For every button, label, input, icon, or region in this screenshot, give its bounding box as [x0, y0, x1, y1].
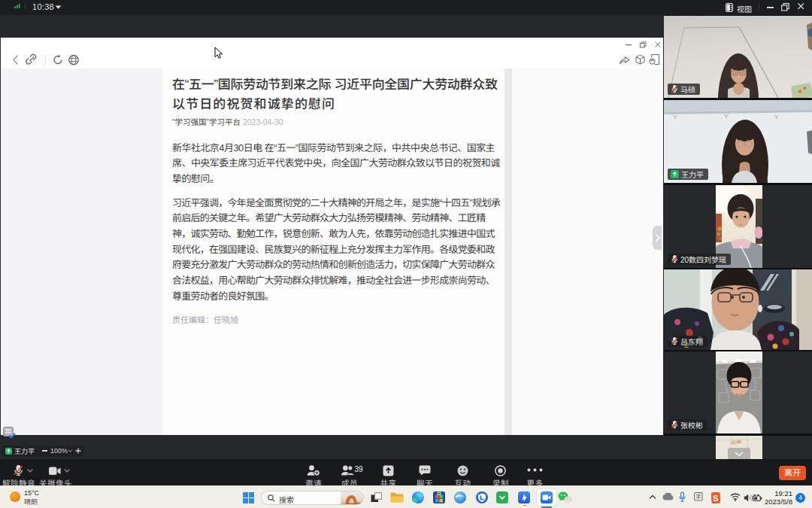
- svg-text:39: 39: [355, 465, 364, 473]
- svg-text:S: S: [713, 493, 718, 502]
